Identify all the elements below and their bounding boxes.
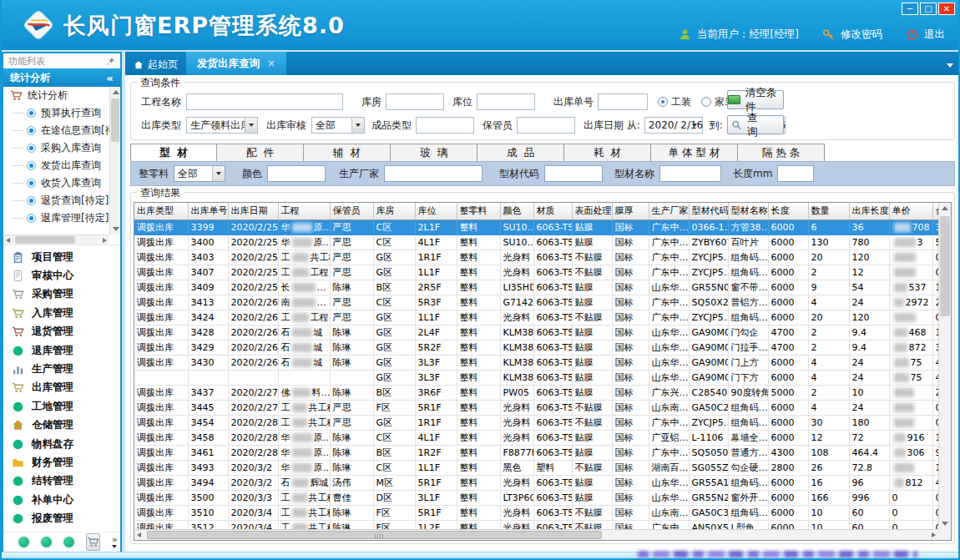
table-row[interactable]: 调拨出库34282020/2/26石城陈琳G区2L4F整料KLM38176063…	[134, 325, 938, 340]
sidebar-section[interactable]: 仓储管理	[3, 416, 120, 435]
material-tab-3[interactable]: 玻 璃	[391, 144, 477, 162]
material-tab-1[interactable]: 配 件	[217, 144, 304, 162]
quick-dot-icon[interactable]	[41, 537, 52, 547]
length-input[interactable]	[777, 165, 814, 182]
quick-dot-icon[interactable]	[63, 537, 74, 547]
warehouse-input[interactable]	[386, 93, 444, 110]
sidebar-section[interactable]: 入库管理	[3, 304, 120, 322]
close-button[interactable]: ✕	[938, 3, 955, 15]
column-header[interactable]: 长度	[768, 203, 808, 219]
outbound-type-select[interactable]: 生产领料出库	[186, 117, 258, 134]
column-header[interactable]: 型材名称	[728, 203, 768, 219]
table-row[interactable]: 调拨出库35002020/3/3工共工程曹佳D区3L1F整料LT3P606063…	[134, 490, 938, 505]
table-row[interactable]: 调拨出库34292020/2/26石城陈琳G区5R2F整料KLM38176063…	[134, 340, 938, 355]
material-tab-4[interactable]: 成 品	[477, 144, 564, 162]
quick-dot-icon[interactable]	[18, 537, 29, 547]
material-tab-7[interactable]: 隔 热 条	[738, 144, 825, 162]
outbound-audit-select[interactable]: 全部	[311, 117, 365, 134]
tree-vertical-scrollbar[interactable]	[109, 87, 120, 235]
tree-root-statistics[interactable]: 统计分析	[3, 87, 120, 104]
tab-home[interactable]: 起始页	[125, 54, 186, 75]
sidebar-section[interactable]: 报废管理	[3, 509, 120, 527]
order-no-input[interactable]	[598, 93, 648, 110]
sidebar-section[interactable]: 退库管理	[3, 341, 120, 360]
table-row[interactable]: 调拨出库34542020/2/28工共工程严思G区1R1F整料光身料6063-T…	[134, 415, 938, 430]
table-row[interactable]: 调拨出库34942020/3/2石辉城汤伟M区5R1F整料光身料6063-T5贴…	[134, 475, 938, 490]
logout-link[interactable]: 退出	[924, 28, 945, 42]
chevron-down-icon[interactable]	[690, 118, 702, 133]
column-header[interactable]: 出库长度	[849, 203, 889, 219]
sidebar-section[interactable]: 退货管理	[3, 323, 120, 341]
minimize-button[interactable]: ─	[902, 3, 918, 15]
tree-item[interactable]: 发货出库查询	[3, 157, 120, 174]
tree-horizontal-scrollbar[interactable]	[3, 235, 109, 245]
table-row[interactable]: 调拨出库34002020/2/25华原…严思C区4L1F整料SU10…6063-…	[134, 235, 938, 250]
column-header[interactable]: 表面处理	[572, 203, 612, 219]
location-input[interactable]	[477, 93, 535, 110]
maker-input[interactable]	[384, 165, 483, 182]
column-header[interactable]: 整零料	[457, 203, 500, 219]
tree-item[interactable]: 退货查询[待定]	[3, 192, 120, 209]
radio-gongzhuang[interactable]: 工装	[658, 95, 691, 109]
column-header[interactable]: 出库类型	[134, 203, 188, 219]
sidebar-section[interactable]: 财务管理	[3, 453, 120, 472]
column-header[interactable]: 保管员	[330, 203, 373, 219]
keeper-input[interactable]	[517, 117, 575, 134]
sidebar-section[interactable]: 出库管理	[3, 379, 120, 397]
material-tab-6[interactable]: 单 体 型 材	[651, 144, 738, 162]
tree-item[interactable]: 在途信息查询[待	[3, 122, 120, 139]
table-row[interactable]: 调拨出库34612020/2/28华原…陈琳B区1R2F整料F8877FT606…	[134, 445, 938, 460]
tab-shipment-query[interactable]: 发货出库查询 ×	[186, 52, 286, 75]
grid-horizontal-scrollbar[interactable]	[134, 529, 938, 540]
material-tab-5[interactable]: 耗 材	[564, 144, 651, 162]
chevron-down-icon[interactable]	[351, 118, 364, 133]
whole-part-select[interactable]: 全部	[174, 165, 225, 182]
tab-list-dropdown-icon[interactable]	[947, 63, 953, 68]
tree-item[interactable]: 预算执行查询	[3, 104, 120, 122]
table-row[interactable]: 调拨出库35122020/3/4工共工程陈琳F区1L2F整料光身料6063-T5…	[134, 520, 938, 529]
sidebar-section[interactable]: 采购管理	[3, 285, 120, 304]
column-header[interactable]: 单价	[889, 203, 932, 219]
sidebar-section[interactable]: 补单中心	[3, 491, 120, 509]
date-from-picker[interactable]: 2020/ 2/16	[644, 117, 703, 134]
table-row[interactable]: 调拨出库35102020/3/4工共工程陈琳F区5R1F整料光身料6063-T5…	[134, 505, 938, 520]
table-row[interactable]: 调拨出库34582020/2/28华原…陈琳C区4L1F整料光身料6063-T5…	[134, 430, 938, 445]
tree-item[interactable]: 采购入库查询	[3, 139, 120, 157]
project-name-input[interactable]	[186, 93, 343, 110]
sidebar-section[interactable]: 结转管理	[3, 472, 120, 491]
table-row[interactable]: 调拨出库34092020/2/25长…陈琳B区2R5F整料LI35HD6063-…	[134, 280, 938, 295]
color-input[interactable]	[267, 165, 326, 182]
maximize-button[interactable]: □	[920, 3, 937, 15]
table-row[interactable]: 调拨出库34372020/2/27佛料…陈琳B区3R6F整料PW056063-T…	[134, 385, 938, 400]
column-header[interactable]: 库房	[373, 203, 415, 219]
column-header[interactable]: 金额	[932, 203, 938, 219]
sidebar-section[interactable]: 物料盘存	[3, 435, 120, 453]
profile-name-input[interactable]	[659, 165, 721, 182]
table-row[interactable]: 调拨出库34132020/2/26南…严思C区5R3F整料G714226063-…	[134, 295, 938, 310]
table-row[interactable]: 调拨出库33992020/2/25华原…严思C区2L1F整料SU10…6063-…	[134, 219, 938, 235]
column-header[interactable]: 数量	[808, 203, 849, 219]
column-header[interactable]: 材质	[533, 203, 572, 219]
column-header[interactable]: 出库单号	[188, 203, 228, 219]
group-header-statistics[interactable]: 统计分析 «	[3, 68, 120, 87]
column-header[interactable]: 型材代码	[689, 203, 728, 219]
table-row[interactable]: 调拨出库34072020/2/25工工程严思G区1L1F整料光身料6063-T5…	[134, 265, 938, 280]
table-row[interactable]: 调拨出库34932020/3/2华原…陈琳C区1L1F整料黑色塑料不贴膜国标湖南…	[134, 460, 938, 475]
sidebar-section[interactable]: 生产管理	[3, 360, 120, 378]
table-row[interactable]: 调拨出库34302020/2/26石城陈琳G区3L3F整料KLM38176063…	[134, 355, 938, 370]
table-row[interactable]: 调拨出库34452020/2/27工共工程严思F区5R1F整料光身料6063-T…	[134, 400, 938, 415]
table-row[interactable]: 调拨出库34032020/2/25工共工程严思G区1R1F整料光身料6063-T…	[134, 250, 938, 265]
column-header[interactable]: 生产厂家	[649, 203, 689, 219]
cart-shortcut-button[interactable]	[86, 533, 100, 551]
profile-code-input[interactable]	[544, 165, 603, 182]
sidebar-section[interactable]: 审核中心	[3, 266, 120, 285]
table-row[interactable]: G区3L3F整料KLM38176063-T5贴膜国标山东华…GA90M09.门下…	[134, 370, 938, 385]
table-row[interactable]: 调拨出库34242020/2/26工工程严思G区1L1F整料光身料6063-T5…	[134, 310, 938, 325]
change-password-link[interactable]: 修改密码	[841, 28, 882, 42]
column-header[interactable]: 工程	[278, 203, 330, 219]
column-header[interactable]: 出库日期	[228, 203, 278, 219]
tree-item[interactable]: 退库管理[待定]	[3, 209, 120, 227]
pin-icon[interactable]	[106, 57, 115, 66]
tab-close-icon[interactable]: ×	[267, 58, 275, 69]
overflow-control[interactable]: »	[112, 537, 118, 548]
